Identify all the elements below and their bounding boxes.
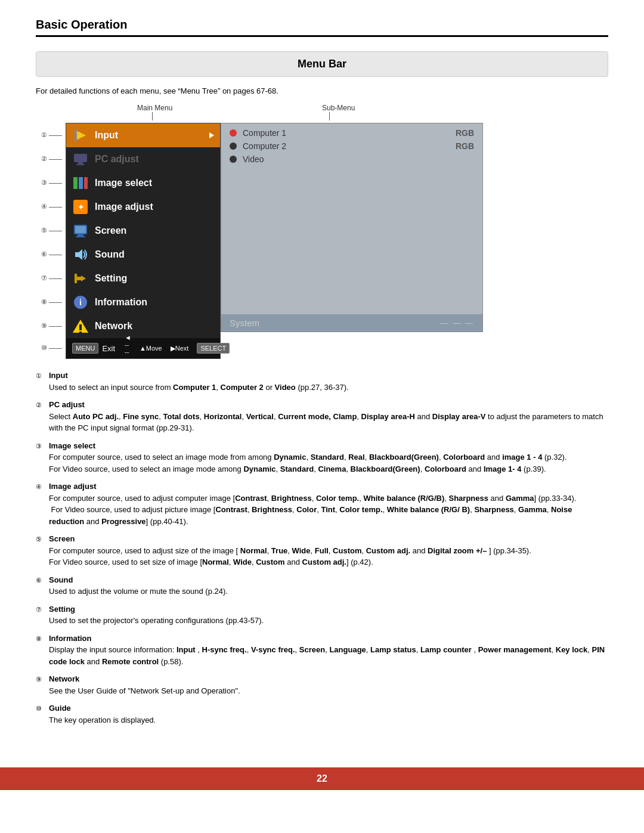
video-label: Video xyxy=(243,154,264,164)
sound-title: Sound xyxy=(49,575,73,584)
menu-item-network[interactable]: Network xyxy=(66,314,220,338)
svg-rect-7 xyxy=(84,177,88,189)
information-label: Information xyxy=(95,297,214,308)
menu-bar-section: Menu Bar xyxy=(36,51,608,77)
num-6: ⑥ —— xyxy=(36,242,66,266)
desc-content-10: Guide The key operation is displayed. xyxy=(49,702,156,726)
svg-rect-12 xyxy=(76,236,85,237)
computer1-label: Computer 1 xyxy=(243,128,286,138)
next-button[interactable]: ▶Next xyxy=(171,345,189,352)
svg-rect-21 xyxy=(79,324,82,330)
computer2-label: Computer 2 xyxy=(243,141,286,151)
sub-menu-label: Sub-Menu xyxy=(322,104,355,112)
desc-guide: ⑩ Guide The key operation is displayed. xyxy=(36,702,608,726)
menu-item-setting[interactable]: Setting xyxy=(66,267,220,290)
main-menu-panel: Input PC adjust xyxy=(66,123,221,359)
sub-item-video: Video xyxy=(230,154,474,164)
desc-num-6: ⑥ xyxy=(36,575,47,586)
desc-pc-adjust: ② PC adjust Select Auto PC adj., Fine sy… xyxy=(36,399,608,434)
diagram-main: ① —— ② —— ③ —— ④ —— ⑤ —— ⑥ —— ⑦ —— ⑧ —— … xyxy=(36,123,608,359)
page-footer: 22 xyxy=(0,767,644,790)
pc-adjust-title: PC adjust xyxy=(49,400,85,409)
desc-content-1: Input Used to select an input source fro… xyxy=(49,370,349,393)
desc-information: ⑧ Information Display the input source i… xyxy=(36,633,608,668)
menu-item-screen[interactable]: Screen xyxy=(66,219,220,243)
exit-label: Exit xyxy=(102,344,115,353)
menu-item-image-adjust[interactable]: ✦ Image adjust xyxy=(66,195,220,219)
network-title: Network xyxy=(49,674,79,683)
select-button[interactable]: SELECT xyxy=(197,343,230,354)
desc-setting: ⑦ Setting Used to set the projector's op… xyxy=(36,603,608,627)
menu-button[interactable]: MENU xyxy=(72,343,98,354)
desc-num-9: ⑨ xyxy=(36,674,47,685)
menu-item-pc-adjust[interactable]: PC adjust xyxy=(66,147,220,171)
setting-title: Setting xyxy=(49,605,75,614)
move-button[interactable]: ▲Move xyxy=(140,345,162,352)
svg-rect-1 xyxy=(75,129,77,141)
image-adjust-icon: ✦ xyxy=(72,199,89,215)
menu-item-image-select[interactable]: Image select xyxy=(66,171,220,195)
desc-input: ① Input Used to select an input source f… xyxy=(36,370,608,393)
select-next-label: Next xyxy=(234,345,248,352)
information-title: Information xyxy=(49,634,92,643)
menu-item-input[interactable]: Input xyxy=(66,123,220,147)
image-select-label: Image select xyxy=(95,178,214,188)
system-value: — — — xyxy=(441,318,474,327)
computer1-value: RGB xyxy=(456,128,474,138)
svg-text:✦: ✦ xyxy=(78,203,84,212)
num-7: ⑦ —— xyxy=(36,266,66,290)
desc-content-5: Screen For computer source, used to adju… xyxy=(49,533,531,568)
diagram-labels: Main Menu Sub-Menu xyxy=(101,104,608,120)
num-8: ⑧ —— xyxy=(36,290,66,314)
image-select-icon xyxy=(72,175,89,191)
svg-rect-2 xyxy=(74,154,87,162)
svg-rect-3 xyxy=(78,162,83,164)
sub-menu-panel: Computer 1 RGB Computer 2 RGB Video Syst… xyxy=(221,123,483,332)
number-column: ① —— ② —— ③ —— ④ —— ⑤ —— ⑥ —— ⑦ —— ⑧ —— … xyxy=(36,123,66,358)
input-arrow xyxy=(209,132,214,138)
computer2-dot xyxy=(230,143,237,150)
setting-icon xyxy=(72,270,89,287)
exit-row: MENU Exit ◄ ----- ▲Move ▶Next SELECT Nex… xyxy=(66,338,220,358)
input-title: Input xyxy=(49,371,68,380)
sub-menu-items: Computer 1 RGB Computer 2 RGB Video xyxy=(221,123,482,314)
num-5: ⑤ —— xyxy=(36,218,66,242)
svg-rect-11 xyxy=(78,234,83,236)
menu-item-information[interactable]: i Information xyxy=(66,290,220,314)
computer1-dot xyxy=(230,129,237,137)
svg-text:i: i xyxy=(79,298,82,307)
desc-content-7: Setting Used to set the projector's oper… xyxy=(49,603,264,627)
desc-content-8: Information Display the input source inf… xyxy=(49,633,608,668)
descriptions-section: ① Input Used to select an input source f… xyxy=(36,370,608,726)
svg-rect-4 xyxy=(76,164,85,165)
desc-network: ⑨ Network See the User Guide of "Network… xyxy=(36,673,608,696)
dashes-indicator: ◄ ----- xyxy=(125,334,131,363)
svg-rect-22 xyxy=(79,332,82,333)
image-adjust-label: Image adjust xyxy=(95,202,214,212)
desc-content-9: Network See the User Guide of "Network S… xyxy=(49,673,240,696)
screen-title: Screen xyxy=(49,534,75,543)
desc-num-8: ⑧ xyxy=(36,634,47,644)
main-menu-label: Main Menu xyxy=(137,104,172,112)
desc-num-3: ③ xyxy=(36,441,47,451)
video-dot xyxy=(230,156,237,163)
sub-item-computer1: Computer 1 RGB xyxy=(230,128,474,138)
intro-text: For detailed functions of each menu, see… xyxy=(36,86,608,95)
num-1: ① —— xyxy=(36,123,66,147)
desc-num-4: ④ xyxy=(36,482,47,492)
desc-num-10: ⑩ xyxy=(36,704,47,714)
desc-num-7: ⑦ xyxy=(36,605,47,615)
image-adjust-title: Image adjust xyxy=(49,482,96,491)
svg-rect-5 xyxy=(73,177,78,189)
desc-image-select: ③ Image select For computer source, used… xyxy=(36,440,608,475)
desc-content-6: Sound Used to adjust the volume or mute … xyxy=(49,574,228,597)
desc-content-2: PC adjust Select Auto PC adj., Fine sync… xyxy=(49,399,608,434)
desc-sound: ⑥ Sound Used to adjust the volume or mut… xyxy=(36,574,608,597)
menu-item-sound[interactable]: Sound xyxy=(66,243,220,267)
sub-item-computer2: Computer 2 RGB xyxy=(230,141,474,151)
input-label: Input xyxy=(95,130,203,141)
num-9: ⑨ —— xyxy=(36,314,66,337)
svg-rect-6 xyxy=(79,177,83,189)
svg-marker-14 xyxy=(75,249,82,260)
computer2-value: RGB xyxy=(456,141,474,151)
